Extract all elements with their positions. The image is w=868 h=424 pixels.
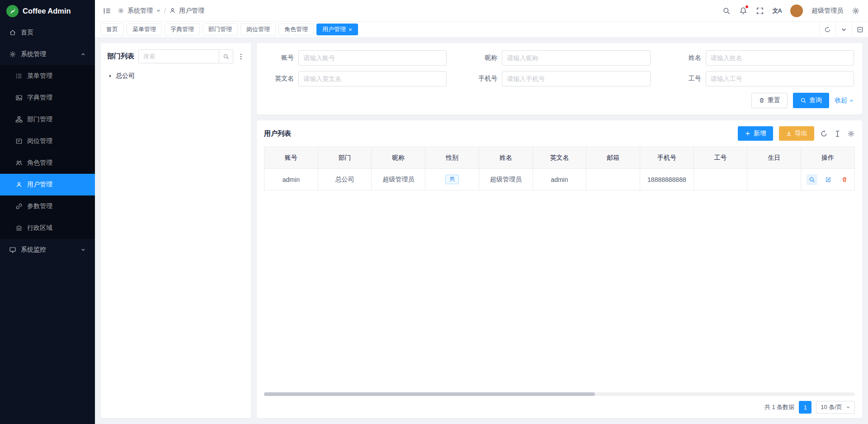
- avatar[interactable]: [790, 5, 803, 17]
- column-header-english-name: 英文名: [533, 147, 586, 169]
- phone-input[interactable]: [502, 71, 650, 86]
- name-input[interactable]: [706, 50, 854, 66]
- download-icon: [786, 130, 792, 137]
- query-button[interactable]: 查询: [793, 93, 829, 108]
- department-tree: 总公司: [107, 70, 245, 82]
- sidebar-item-admin-region[interactable]: 行政区域: [0, 217, 95, 239]
- cell-account: admin: [264, 169, 318, 191]
- chevron-up-icon: [849, 98, 854, 103]
- add-user-button[interactable]: 新增: [738, 126, 773, 141]
- breadcrumb-level1[interactable]: 系统管理: [127, 7, 153, 15]
- sidebar-item-user-management[interactable]: 用户管理: [0, 174, 95, 195]
- column-header-phone: 手机号: [640, 147, 694, 169]
- column-header-gender: 性别: [425, 147, 479, 169]
- close-icon[interactable]: ×: [349, 27, 352, 33]
- notification-dot: [745, 5, 748, 8]
- delete-action-button[interactable]: [839, 174, 850, 185]
- sidebar-item-dict-management[interactable]: 字典管理: [0, 87, 95, 109]
- tab-role-management[interactable]: 角色管理: [278, 24, 314, 35]
- home-icon: [9, 29, 16, 36]
- collapse-sidebar-icon[interactable]: [103, 7, 111, 15]
- total-count-text: 共 1 条数据: [764, 403, 794, 411]
- app-root: Coffee Admin 首页 系统管理 菜单管理 字典管理: [0, 0, 868, 424]
- sidebar-item-home[interactable]: 首页: [0, 22, 95, 43]
- sidebar-item-post-management[interactable]: 岗位管理: [0, 130, 95, 152]
- trash-icon: [759, 97, 765, 104]
- column-header-birthday: 生日: [747, 147, 801, 169]
- refresh-icon[interactable]: [820, 130, 828, 138]
- tab-bar: 首页 菜单管理 字典管理 部门管理 岗位管理 角色管理 用户管理 ×: [95, 22, 868, 37]
- gender-tag: 男: [445, 175, 459, 185]
- page-button-1[interactable]: 1: [799, 401, 811, 414]
- horizontal-scrollbar[interactable]: [264, 392, 855, 396]
- chevron-down-icon: [80, 247, 86, 252]
- magnifier-icon: [809, 176, 815, 183]
- edit-action-button[interactable]: [823, 174, 834, 185]
- plus-icon: [745, 130, 751, 137]
- tab-list-chevron-icon[interactable]: [835, 22, 852, 37]
- sidebar-submenu-system: 菜单管理 字典管理 部门管理 岗位管理 角色管理: [0, 65, 95, 239]
- view-action-button[interactable]: [807, 174, 817, 185]
- table-settings-gear-icon[interactable]: [847, 130, 855, 138]
- sidebar-item-menu-management[interactable]: 菜单管理: [0, 65, 95, 87]
- department-search-input[interactable]: [139, 50, 219, 63]
- app-logo[interactable]: Coffee Admin: [0, 0, 95, 22]
- chevron-down-icon[interactable]: [156, 8, 161, 13]
- cell-job-no: [693, 169, 747, 191]
- column-header-job-no: 工号: [693, 147, 747, 169]
- collapse-toggle[interactable]: 收起: [835, 96, 854, 105]
- department-search-button[interactable]: [219, 50, 233, 63]
- notification-bell-icon[interactable]: [739, 7, 747, 15]
- page-size-select[interactable]: 10 条/页: [816, 401, 855, 414]
- tab-user-management[interactable]: 用户管理 ×: [316, 24, 358, 35]
- top-header: 系统管理 / 用户管理 文A 超级管理员: [95, 0, 868, 22]
- export-button[interactable]: 导出: [779, 126, 814, 141]
- cell-name: 超级管理员: [479, 169, 533, 191]
- sidebar-item-param-management[interactable]: 参数管理: [0, 195, 95, 217]
- dictionary-icon: [15, 94, 23, 101]
- job-number-input[interactable]: [706, 71, 854, 86]
- tab-menu-management[interactable]: 菜单管理: [127, 24, 162, 35]
- job-number-field: 工号: [672, 71, 854, 86]
- phone-label: 手机号: [468, 75, 497, 83]
- department-search-box: [138, 49, 233, 63]
- sidebar-item-label: 菜单管理: [27, 72, 52, 80]
- user-table: 账号 部门 昵称 性别 姓名 英文名 邮箱 手机号 工号 生日: [264, 147, 855, 191]
- fullscreen-icon[interactable]: [756, 7, 764, 15]
- more-options-icon[interactable]: [237, 53, 245, 60]
- scrollbar-thumb[interactable]: [264, 392, 595, 396]
- tab-home[interactable]: 首页: [100, 24, 124, 35]
- refresh-icon[interactable]: [819, 22, 835, 37]
- sidebar-item-system-management[interactable]: 系统管理: [0, 43, 95, 65]
- translate-icon[interactable]: 文A: [773, 7, 782, 15]
- cell-english-name: admin: [533, 169, 586, 191]
- name-field: 姓名: [672, 50, 854, 66]
- account-input[interactable]: [298, 50, 447, 66]
- cell-phone: 18888888888: [640, 169, 694, 191]
- column-header-actions: 操作: [801, 147, 855, 169]
- tree-expand-icon[interactable]: [108, 74, 113, 78]
- column-settings-icon[interactable]: [834, 130, 841, 138]
- sidebar-item-system-monitor[interactable]: 系统监控: [0, 239, 95, 261]
- sidebar-item-role-management[interactable]: 角色管理: [0, 152, 95, 174]
- reset-button[interactable]: 重置: [751, 93, 788, 108]
- cell-actions: [801, 169, 855, 191]
- department-panel-header: 部门列表: [107, 49, 245, 63]
- content-fullscreen-icon[interactable]: [852, 22, 868, 37]
- roles-people-icon: [15, 159, 23, 167]
- tab-dict-management[interactable]: 字典管理: [165, 24, 200, 35]
- tab-dept-management[interactable]: 部门管理: [203, 24, 238, 35]
- current-user-name[interactable]: 超级管理员: [811, 7, 843, 15]
- user-table-wrap: 账号 部门 昵称 性别 姓名 英文名 邮箱 手机号 工号 生日: [264, 147, 855, 396]
- settings-gear-icon[interactable]: [852, 7, 860, 15]
- page-content: 部门列表 总公司: [95, 37, 868, 424]
- english-name-input[interactable]: [298, 71, 447, 86]
- tab-post-management[interactable]: 岗位管理: [241, 24, 276, 35]
- sidebar-item-dept-management[interactable]: 部门管理: [0, 109, 95, 130]
- search-icon[interactable]: [722, 7, 731, 15]
- user-icon: [15, 181, 23, 188]
- search-form-card: 账号 昵称 姓名 英文名: [257, 43, 862, 114]
- nickname-input[interactable]: [502, 50, 650, 66]
- trash-icon: [841, 176, 848, 183]
- tree-item-head-office[interactable]: 总公司: [107, 70, 245, 82]
